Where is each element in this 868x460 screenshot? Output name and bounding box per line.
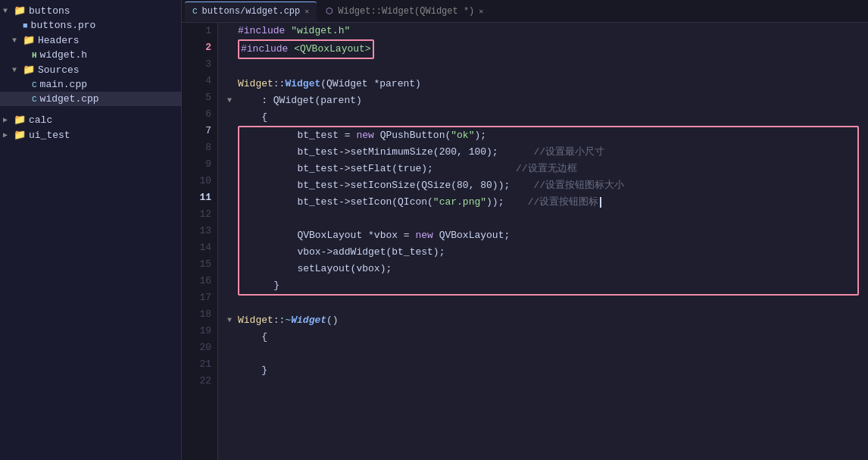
code-line-22 <box>227 379 859 396</box>
code-body[interactable]: #include "widget.h" #include <QVBoxLayou… <box>218 23 868 460</box>
code-line-5: ▼ : QWidget(parent) <box>227 92 859 109</box>
tree-label: widget.h <box>40 49 87 61</box>
code-text: vbox->addWidget(bt_test); <box>250 244 445 261</box>
function-name: Widget <box>285 76 320 92</box>
tree-label: Sources <box>38 64 80 76</box>
code-line-19: { <box>227 329 859 346</box>
function-name: Widget <box>291 312 326 329</box>
code-line-21: } <box>227 362 859 379</box>
tab-label: buttons/widget.cpp <box>202 6 301 17</box>
comment: //设置按钮图标大小 <box>510 177 624 194</box>
tree-item-main-cpp[interactable]: C main.cpp <box>0 77 181 92</box>
operator: :: <box>273 76 286 92</box>
tree-item-sources[interactable]: 📁 Sources <box>0 62 181 77</box>
pro-icon: ■ <box>23 21 28 30</box>
code-line-17 <box>227 296 859 312</box>
fold-icon <box>227 41 238 58</box>
code-text: bt_test->setMinimumSize(200, 100); <box>250 144 498 161</box>
arrow-icon <box>12 36 21 45</box>
include-highlight: #include <QVBoxLayout> <box>238 39 374 59</box>
tree-item-ui-test[interactable]: 📁 ui_test <box>0 127 181 142</box>
code-line-16: } <box>229 277 857 294</box>
arrow-icon <box>12 66 21 74</box>
cpp-icon: C <box>32 95 37 104</box>
folder-icon: 📁 <box>14 114 26 126</box>
fold-icon <box>239 277 250 294</box>
fold-icon <box>227 329 238 346</box>
code-line-8: bt_test->setMinimumSize(200, 100); //设置最… <box>229 144 857 161</box>
fold-icon <box>227 59 238 76</box>
keyword: #include <box>241 43 294 55</box>
code-text: { <box>238 329 267 346</box>
fold-icon <box>239 177 250 194</box>
fold-icon <box>239 244 250 261</box>
fold-icon <box>239 261 250 277</box>
code-text: } <box>238 362 267 379</box>
tree-label: widget.cpp <box>40 93 99 105</box>
destructor-tilde: ~ <box>285 312 291 329</box>
code-line-18: ▼ Widget::~Widget() <box>227 312 859 329</box>
cpp-tab-icon: C <box>192 7 198 16</box>
fold-icon <box>227 362 238 379</box>
fold-icon <box>227 346 238 362</box>
fold-icon <box>227 296 238 312</box>
code-line-11: bt_test->setIcon(QIcon("car.png")); //设置… <box>229 194 857 211</box>
close-tab-icon[interactable]: ✕ <box>304 7 309 16</box>
type-name: Widget <box>238 76 273 92</box>
tree-item-buttons[interactable]: 📁 buttons <box>0 3 181 18</box>
code-line-6: { <box>227 109 859 126</box>
line-numbers: 1 2 3 4 5 6 7 8 9 10 11 12 13 14 15 16 1… <box>182 23 218 460</box>
folder-icon: 📁 <box>14 129 26 141</box>
folder-icon: 📁 <box>23 64 35 76</box>
comment: //设置按钮图标 <box>504 194 598 211</box>
tree-label: buttons <box>29 5 70 17</box>
tree-item-calc[interactable]: 📁 calc <box>0 112 181 127</box>
tab-label: Widget::Widget(QWidget *) <box>338 6 474 17</box>
code-text: bt_test->setIconSize(QSize(80, 80)); <box>250 177 510 194</box>
code-line-13: QVBoxLayout *vbox = new QVBoxLayout; <box>229 227 857 244</box>
type-name: Widget <box>238 312 273 329</box>
tree-label: main.cpp <box>40 79 87 90</box>
tree-item-widget-cpp[interactable]: C widget.cpp <box>0 92 181 106</box>
tree-item-widget-h[interactable]: H widget.h <box>0 48 181 62</box>
tree-item-headers[interactable]: 📁 Headers <box>0 33 181 48</box>
code-line-14: vbox->addWidget(bt_test); <box>229 244 857 261</box>
fold-icon <box>239 144 250 161</box>
comment: //设置最小尺寸 <box>498 144 604 161</box>
code-text: { <box>238 109 267 126</box>
tab-widget-class[interactable]: ⬡ Widget::Widget(QWidget *) ✕ <box>318 2 491 21</box>
tree-label: buttons.pro <box>31 20 96 31</box>
fold-icon <box>239 127 250 144</box>
string: "widget.h" <box>291 23 350 39</box>
tree-label: calc <box>29 114 52 126</box>
code-text: QVBoxLayout *vbox = new QVBoxLayout; <box>250 227 510 244</box>
code-line-3 <box>227 59 859 76</box>
tree-item-buttons-pro[interactable]: ■ buttons.pro <box>0 18 181 33</box>
fold-icon: ▼ <box>227 92 238 109</box>
code-text: setLayout(vbox); <box>250 261 392 277</box>
params: (QWidget *parent) <box>320 76 421 92</box>
arrow-icon <box>3 7 12 15</box>
arrow-icon <box>3 115 12 124</box>
tab-bar: C buttons/widget.cpp ✕ ⬡ Widget::Widget(… <box>182 0 868 23</box>
code-text: } <box>250 277 279 294</box>
file-tree[interactable]: 📁 buttons ■ buttons.pro 📁 Headers H widg… <box>0 0 182 460</box>
code-line-4: Widget::Widget(QWidget *parent) <box>227 76 859 92</box>
close-tab-icon[interactable]: ✕ <box>479 7 483 16</box>
tab-widget-cpp[interactable]: C buttons/widget.cpp ✕ <box>185 2 317 21</box>
widget-tab-icon: ⬡ <box>326 6 333 16</box>
keyword: #include <box>238 23 291 39</box>
editor-area: C buttons/widget.cpp ✕ ⬡ Widget::Widget(… <box>182 0 868 460</box>
fold-icon <box>227 76 238 92</box>
fold-icon <box>239 194 250 211</box>
tree-label: Headers <box>38 35 80 46</box>
fold-icon <box>239 211 250 227</box>
folder-icon: 📁 <box>14 5 26 17</box>
code-line-9: bt_test->setFlat(true); //设置无边框 <box>229 161 857 177</box>
code-editor[interactable]: 1 2 3 4 5 6 7 8 9 10 11 12 13 14 15 16 1… <box>182 23 868 460</box>
code-line-2: #include <QVBoxLayout> <box>227 39 859 59</box>
code-line-10: bt_test->setIconSize(QSize(80, 80)); //设… <box>229 177 857 194</box>
folder-icon: 📁 <box>23 34 35 46</box>
operator: :: <box>273 312 286 329</box>
fold-icon <box>239 161 250 177</box>
